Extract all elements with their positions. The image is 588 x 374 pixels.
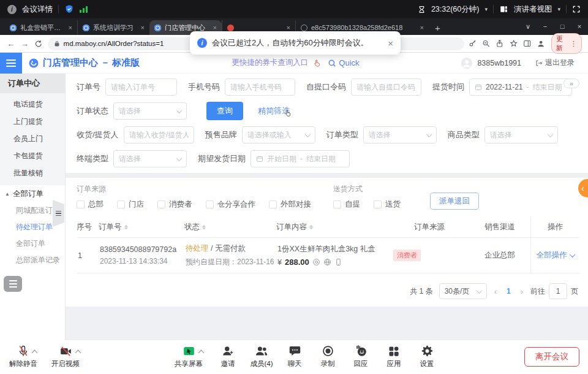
logout-button[interactable]: 退出登录	[535, 58, 575, 68]
chevron-up-icon[interactable]	[198, 350, 204, 356]
tab-close-icon[interactable]: ×	[141, 24, 145, 31]
unmute-button[interactable]: 解除静音	[5, 344, 42, 368]
tab-close-icon[interactable]: ×	[420, 24, 424, 31]
checkbox-icon[interactable]	[374, 200, 382, 208]
expand-filters-button[interactable]: »	[564, 78, 579, 88]
invite-button[interactable]: 邀请	[211, 344, 244, 368]
browser-tab[interactable]: 系统培训学习 ×	[77, 20, 149, 35]
apps-button[interactable]: 应用	[377, 344, 410, 368]
side-panel-icon[interactable]	[523, 39, 531, 48]
avatar[interactable]	[461, 57, 473, 69]
settings-button[interactable]: 设置	[410, 344, 443, 368]
order-status-select[interactable]: 请选择	[113, 102, 187, 120]
checkbox-source-store[interactable]: 门店	[117, 199, 144, 210]
checkbox-icon[interactable]	[157, 200, 165, 208]
start-video-button[interactable]: 开启视频	[47, 344, 85, 368]
pickup-code-input[interactable]	[351, 78, 421, 96]
window-maximize-icon[interactable]: □	[554, 18, 571, 35]
menu-list-button[interactable]	[4, 276, 22, 292]
view-mode-button[interactable]: 演讲者视图	[514, 4, 552, 15]
browser-tab[interactable]: 礼盒营销平台管理中心 ×	[5, 20, 77, 35]
shield-check-icon[interactable]	[64, 4, 74, 14]
next-page-icon[interactable]: ‹	[519, 287, 524, 296]
profile-icon[interactable]	[537, 39, 545, 48]
more-icon[interactable]: ⋮	[570, 40, 577, 48]
chevron-up-icon[interactable]	[75, 350, 81, 356]
dispatch-return-button[interactable]: 派单退回	[430, 193, 479, 210]
share-screen-button[interactable]: 共享屏幕	[169, 344, 208, 368]
order-type-select[interactable]: 请选择	[363, 126, 437, 143]
col-header-status[interactable]: 状态	[184, 217, 276, 237]
meeting-details-button[interactable]: 会议详情	[22, 4, 53, 15]
checkbox-icon[interactable]	[117, 200, 125, 208]
zoom-icon[interactable]	[482, 39, 490, 48]
prev-page-icon[interactable]: ‹	[493, 287, 498, 296]
sidebar-item-member-visit[interactable]: 会员上门	[0, 130, 65, 147]
terminal-type-select[interactable]: 请选择	[113, 150, 187, 167]
new-tab-button[interactable]: +	[435, 23, 440, 33]
pickup-date-range[interactable]: 2022-11-21 - 结束日期	[469, 78, 572, 96]
checkbox-source-external[interactable]: 外部对接	[269, 199, 311, 210]
checkbox-delivery-deliver[interactable]: 送货	[374, 199, 401, 210]
timer-caret-icon[interactable]: ▾	[484, 6, 488, 12]
tab-close-icon[interactable]: ×	[69, 24, 72, 31]
tab-close-icon[interactable]: ×	[287, 24, 290, 31]
sort-icon[interactable]	[309, 223, 313, 231]
goto-page-input[interactable]	[549, 283, 567, 299]
order-no-input[interactable]	[105, 78, 177, 96]
members-button[interactable]: 成员(4)	[245, 344, 278, 368]
forward-icon[interactable]: →	[20, 39, 30, 48]
reload-icon[interactable]	[34, 40, 43, 48]
sidebar-group-all-orders[interactable]: ▲ 全部订单	[0, 185, 65, 202]
checkbox-source-warehouse-share[interactable]: 仓分享合作	[206, 199, 256, 210]
sidebar-item-all-orders[interactable]: 全部订单	[0, 235, 65, 252]
back-icon[interactable]: ←	[6, 39, 16, 48]
window-menu-icon[interactable]: ∨	[519, 18, 537, 35]
checkbox-icon[interactable]	[206, 200, 214, 208]
view-caret-icon[interactable]: ▾	[557, 6, 560, 12]
sidebar-item-card-pickup[interactable]: 卡包提货	[0, 147, 65, 164]
browser-update-button[interactable]: 更新 ⋮	[551, 33, 582, 54]
quick-search-link[interactable]: Quick	[328, 58, 359, 67]
fullscreen-icon[interactable]	[572, 5, 581, 13]
col-header-content[interactable]: 订单内容	[276, 217, 390, 237]
sort-icon[interactable]	[202, 223, 206, 231]
goods-type-select[interactable]: 请选择	[484, 126, 558, 143]
col-header-order-no[interactable]: 订单号	[99, 217, 184, 237]
sidebar-item-batch-verify[interactable]: 批量核销	[0, 164, 65, 181]
reactions-button[interactable]: 回应	[344, 344, 377, 368]
ship-date-range[interactable]: 开始日期 - 结束日期	[251, 150, 350, 167]
all-actions-dropdown[interactable]: 全部操作	[537, 250, 575, 261]
phone-input[interactable]	[225, 78, 295, 96]
checkbox-source-hq[interactable]: 总部	[77, 199, 104, 210]
network-signal-icon[interactable]	[80, 6, 88, 13]
chevron-up-icon[interactable]	[32, 350, 38, 356]
window-minimize-icon[interactable]: −	[537, 18, 554, 35]
key-icon[interactable]	[469, 39, 477, 48]
sidebar-drag-handle[interactable]	[53, 200, 64, 227]
window-close-icon[interactable]: ×	[571, 18, 588, 35]
sidebar-item-hq-dispatch-log[interactable]: 总部派单记录	[0, 252, 65, 269]
receiver-input[interactable]	[124, 126, 194, 143]
chat-button[interactable]: 聊天	[278, 344, 311, 368]
share-icon[interactable]	[496, 39, 503, 48]
search-button[interactable]: 查询	[206, 102, 243, 120]
sidebar-toggle-button[interactable]	[0, 53, 22, 74]
leave-meeting-button[interactable]: 离开会议	[524, 347, 579, 367]
current-page[interactable]: 1	[504, 287, 513, 296]
checkbox-delivery-pickup[interactable]: 自提	[333, 199, 360, 210]
tab-close-icon[interactable]: ×	[213, 24, 217, 31]
checkbox-source-consumer[interactable]: 消费者	[157, 199, 192, 210]
checkbox-icon[interactable]	[333, 200, 341, 208]
page-size-select[interactable]: 30条/页	[439, 283, 487, 299]
notification-close-icon[interactable]: ×	[388, 38, 393, 48]
sidebar-item-door-pickup[interactable]: 上门提货	[0, 113, 65, 130]
promo-link[interactable]: 更快捷的券卡查询入口	[232, 58, 308, 68]
checkbox-icon[interactable]	[269, 200, 277, 208]
simple-filter-link[interactable]: 精简筛选	[258, 105, 290, 116]
sort-icon[interactable]	[124, 223, 128, 231]
sidebar-item-phone-pickup[interactable]: 电话提货	[0, 96, 65, 113]
checkbox-icon[interactable]	[77, 200, 85, 208]
brand-select[interactable]: 请选择或输入	[242, 126, 315, 143]
record-button[interactable]: 录制	[311, 344, 344, 368]
